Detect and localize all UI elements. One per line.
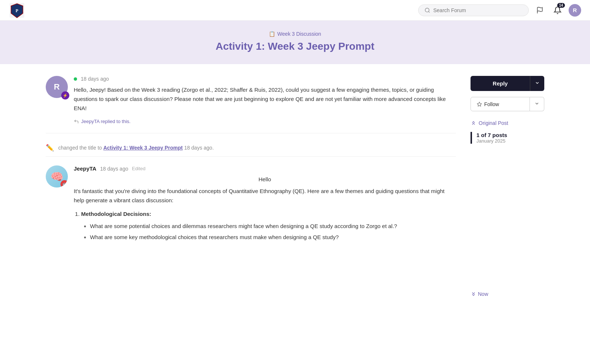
post-1-meta: 18 days ago [74, 76, 456, 82]
post-1-reply-indicator: JeepyTA replied to this. [74, 119, 456, 124]
post-2-meta: JeepyTA 18 days ago Edited [74, 165, 456, 172]
breadcrumb-icon: 📋 [269, 31, 275, 37]
post-1-avatar: R ⚡ [46, 76, 68, 98]
post-1-timestamp: 18 days ago [81, 76, 109, 82]
chevron-down-icon-follow [534, 101, 539, 106]
reply-link[interactable]: JeepyTA replied to this. [81, 119, 131, 124]
breadcrumb: 📋 Week 3 Discussion [0, 31, 590, 37]
follow-button-group: Follow [471, 97, 544, 111]
svg-text:P: P [15, 8, 18, 13]
post-2-hello: Hello [74, 176, 456, 182]
post-2-content: JeepyTA 18 days ago Edited Hello It's fa… [74, 165, 456, 244]
reply-dropdown-button[interactable] [530, 76, 544, 91]
logo: P [9, 2, 25, 18]
star-icon [477, 102, 482, 107]
user-avatar-button[interactable]: R [569, 4, 581, 17]
svg-point-5 [425, 8, 429, 12]
title-change-row: ✏️ changed the title to Activity 1: Week… [46, 139, 456, 157]
list-item: What are some potential choices and dile… [90, 222, 456, 231]
follow-dropdown-button[interactable] [530, 97, 544, 111]
svg-marker-8 [477, 102, 482, 106]
page-title: Activity 1: Week 3 Jeepy Prompt [0, 41, 590, 52]
avatar-badge-lightning: ⚡ [61, 91, 69, 99]
search-icon [424, 7, 430, 13]
now-link[interactable]: Now [471, 291, 544, 297]
post-1-avatar-col: R ⚡ [46, 76, 68, 124]
header-right: 14 R [418, 4, 581, 17]
main-layout: R ⚡ 18 days ago Hello, Jeepy! Based on t… [37, 64, 553, 309]
notification-badge: 14 [557, 3, 565, 8]
post-2-timestamp: 18 days ago [100, 166, 128, 172]
post-2-sections: Methodological Decisions: What are some … [81, 210, 456, 242]
flag-button[interactable] [533, 4, 546, 17]
follow-button[interactable]: Follow [471, 97, 530, 111]
posts-area: R ⚡ 18 days ago Hello, Jeepy! Based on t… [46, 76, 456, 297]
search-bar[interactable] [418, 4, 529, 16]
post-1: R ⚡ 18 days ago Hello, Jeepy! Based on t… [46, 76, 456, 133]
post-date: January 2025 [476, 138, 544, 144]
post-2-body: It's fantastic that you're diving into t… [74, 187, 456, 241]
svg-line-6 [428, 11, 430, 13]
post-2-intro: It's fantastic that you're diving into t… [74, 187, 456, 205]
title-change-text: changed the title to Activity 1: Week 3 … [58, 145, 214, 151]
online-indicator [74, 77, 77, 81]
reply-button[interactable]: Reply [471, 76, 530, 91]
post-1-body: Hello, Jeepy! Based on the Week 3 readin… [74, 85, 456, 113]
post-2-section-1: Methodological Decisions: What are some … [81, 210, 456, 242]
post-2-author: JeepyTA [74, 165, 96, 172]
notifications-button[interactable]: 14 [551, 4, 564, 17]
breadcrumb-text: Week 3 Discussion [277, 31, 321, 37]
chevron-up-double-icon [471, 120, 476, 126]
post-count: 1 of 7 posts [476, 132, 544, 138]
section-1-heading: Methodological Decisions: [81, 211, 151, 217]
post-2-avatar-col: 🧠 🤖 [46, 165, 68, 244]
title-change-link[interactable]: Activity 1: Week 3 Jeepy Prompt [103, 145, 183, 151]
post-count-block: 1 of 7 posts January 2025 [471, 132, 544, 144]
banner: 📋 Week 3 Discussion Activity 1: Week 3 J… [0, 21, 590, 64]
chevron-down-double-icon [471, 291, 476, 297]
search-input[interactable] [433, 7, 523, 13]
header: P 14 R [0, 0, 590, 21]
jeepy-avatar: 🧠 🤖 [46, 165, 68, 188]
list-item: What are some key methodological choices… [90, 233, 456, 242]
sidebar: Reply Follow [471, 76, 544, 297]
reply-button-group: Reply [471, 76, 544, 91]
pencil-icon: ✏️ [46, 144, 54, 152]
reply-arrow-icon [74, 119, 79, 124]
chevron-down-icon [535, 80, 540, 85]
flag-icon [536, 7, 544, 14]
post-1-content: 18 days ago Hello, Jeepy! Based on the W… [74, 76, 456, 124]
original-post-link[interactable]: Original Post [471, 120, 544, 126]
post-2-edited: Edited [132, 166, 146, 171]
penn-logo: P [9, 2, 25, 18]
post-2: 🧠 🤖 JeepyTA 18 days ago Edited Hello It'… [46, 162, 456, 244]
robot-badge: 🤖 [60, 180, 68, 188]
section-1-list: What are some potential choices and dile… [90, 222, 456, 242]
